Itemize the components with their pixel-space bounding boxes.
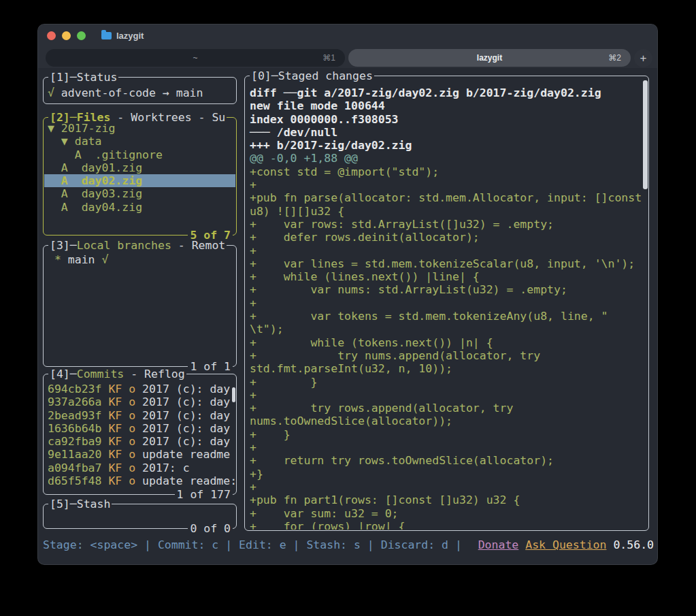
- diff-line-add[interactable]: std.fmt.parseInt(u32, n, 10));: [246, 362, 648, 375]
- tab-bar: ~ ⌘1 lazygit ⌘2 +: [38, 47, 657, 68]
- commit-row[interactable]: 9e11aa20 KF o update readme: [44, 448, 235, 461]
- diff-line-add[interactable]: +pub fn part1(rows: []const []u32) u32 {: [246, 493, 648, 506]
- file-row[interactable]: ▼ 2017-zig: [44, 122, 235, 135]
- diff-view: diff ──git a/2017-zig/day02.zig b/2017-z…: [246, 86, 648, 530]
- staged-changes-panel[interactable]: [0]─Staged changes diff ──git a/2017-zig…: [244, 76, 649, 531]
- file-row[interactable]: A day01.zig: [44, 161, 235, 174]
- stash-count: 0 of 0: [188, 522, 233, 535]
- file-row[interactable]: A day04.zig: [44, 201, 235, 214]
- window-titlebar[interactable]: lazygit: [38, 25, 657, 47]
- diff-line-add[interactable]: +: [246, 441, 648, 454]
- branches-panel-title: [3]─Local branches - Remot: [48, 239, 227, 252]
- diff-line-add[interactable]: + for (rows) |row| {: [246, 520, 648, 530]
- diff-line-add[interactable]: +pub fn parse(allocator: std.mem.Allocat…: [246, 191, 648, 204]
- diff-line-add[interactable]: + return try rows.toOwnedSlice(allocator…: [246, 454, 648, 467]
- commit-row[interactable]: 1636b64b KF o 2017 (c): day: [44, 422, 235, 435]
- branch-row[interactable]: * main √: [44, 253, 235, 266]
- diff-line-meta[interactable]: new file mode 100644: [246, 99, 648, 112]
- donate-link[interactable]: Donate: [478, 538, 519, 551]
- keybinding-bar: Stage: <space> | Commit: c | Edit: e | S…: [43, 538, 654, 553]
- diff-line-add[interactable]: +: [246, 244, 648, 257]
- files-list: ▼ 2017-zig ▼ data A .gitignore A day01.z…: [44, 122, 235, 234]
- diff-line-add[interactable]: + var tokens = std.mem.tokenizeAny(u8, l…: [246, 310, 648, 323]
- commit-row[interactable]: 694cb23f KF o 2017 (c): day: [44, 383, 235, 395]
- diff-line-add[interactable]: + var lines = std.mem.tokenizeScalar(u8,…: [246, 257, 648, 270]
- stash-panel[interactable]: [5]─Stash 0 of 0: [43, 504, 237, 529]
- file-row[interactable]: A day02.zig: [44, 174, 235, 187]
- commit-row[interactable]: a094fba7 KF o 2017: c: [44, 461, 235, 474]
- ask-question-link[interactable]: Ask Question: [525, 538, 606, 551]
- stash-panel-title: [5]─Stash: [48, 498, 112, 510]
- branches-count: 1 of 1: [188, 360, 233, 373]
- window-title: lazygit: [116, 31, 144, 41]
- diff-line-hunk[interactable]: @@ -0,0 +1,88 @@: [246, 152, 648, 165]
- close-window-button[interactable]: [47, 31, 56, 40]
- keybinding-hints: Stage: <space> | Commit: c | Edit: e | S…: [43, 538, 469, 553]
- tab-home-label: ~: [193, 53, 197, 63]
- file-row[interactable]: A .gitignore: [44, 148, 235, 161]
- status-line[interactable]: √ advent-of-code → main: [44, 86, 235, 99]
- diff-line-add[interactable]: + var nums: std.ArrayList(u32) = .empty;: [246, 283, 648, 296]
- file-row[interactable]: ▼ data: [44, 135, 235, 148]
- diff-line-add[interactable]: +: [246, 297, 648, 310]
- diff-line-add[interactable]: u8) ![][]u32 {: [246, 205, 648, 218]
- diff-line-add[interactable]: +}: [246, 468, 648, 481]
- diff-line-add[interactable]: + defer rows.deinit(allocator);: [246, 231, 648, 244]
- tab-lazygit-shortcut: ⌘2: [608, 53, 621, 63]
- status-panel[interactable]: [1]─Status √ advent-of-code → main: [43, 77, 237, 104]
- diff-line-add[interactable]: + try nums.append(allocator, try: [246, 349, 648, 362]
- staged-panel-title: [0]─Staged changes: [250, 69, 374, 82]
- tab-home[interactable]: ~ ⌘1: [46, 49, 345, 67]
- keybar-right-group: Donate Ask Question 0.56.0: [478, 538, 654, 553]
- commits-panel[interactable]: [4]─Commits - Reflog 694cb23f KF o 2017 …: [43, 374, 237, 495]
- diff-line-meta[interactable]: +++ b/2017-zig/day02.zig: [246, 139, 648, 152]
- commits-count: 1 of 177: [175, 488, 233, 501]
- diff-line-add[interactable]: +const std = @import("std");: [246, 165, 648, 178]
- diff-line-add[interactable]: \t");: [246, 323, 648, 336]
- diff-line-add[interactable]: nums.toOwnedSlice(allocator));: [246, 415, 648, 427]
- commits-list: 694cb23f KF o 2017 (c): day937a266a KF o…: [44, 383, 235, 493]
- folder-icon: [101, 32, 112, 39]
- tab-home-shortcut: ⌘1: [322, 53, 335, 63]
- diff-line-add[interactable]: + }: [246, 428, 648, 441]
- diff-line-meta[interactable]: ─── /dev/null: [246, 126, 648, 139]
- diff-line-add[interactable]: +: [246, 389, 648, 402]
- terminal-window: lazygit ~ ⌘1 lazygit ⌘2 + [1]─Status √ a…: [37, 24, 658, 565]
- version-label: 0.56.0: [613, 538, 654, 551]
- branches-panel[interactable]: [3]─Local branches - Remot * main √ 1 of…: [43, 245, 237, 367]
- diff-line-add[interactable]: + try rows.append(allocator, try: [246, 402, 648, 415]
- diff-line-meta[interactable]: index 0000000..f308053: [246, 113, 648, 126]
- commit-row[interactable]: d65f5f48 KF o update readme:: [44, 474, 235, 487]
- diff-line-add[interactable]: + var rows: std.ArrayList([]u32) = .empt…: [246, 218, 648, 231]
- diff-line-add[interactable]: + while (lines.next()) |line| {: [246, 270, 648, 283]
- diff-line-meta[interactable]: diff ──git a/2017-zig/day02.zig b/2017-z…: [246, 86, 648, 99]
- diff-line-add[interactable]: + var sum: u32 = 0;: [246, 507, 648, 520]
- commit-row[interactable]: 2bead93f KF o 2017 (c): day: [44, 409, 235, 422]
- status-panel-title: [1]─Status: [48, 71, 118, 84]
- commits-panel-title: [4]─Commits - Reflog: [48, 368, 186, 380]
- commit-row[interactable]: 937a266a KF o 2017 (c): day: [44, 395, 235, 408]
- diff-line-add[interactable]: +: [246, 178, 648, 191]
- tab-lazygit-label: lazygit: [477, 53, 502, 63]
- commits-scrollbar[interactable]: [232, 387, 235, 402]
- window-title-group: lazygit: [101, 31, 144, 41]
- diff-line-add[interactable]: +: [246, 481, 648, 493]
- diff-scrollbar[interactable]: [643, 80, 648, 189]
- minimize-window-button[interactable]: [62, 31, 71, 40]
- file-row[interactable]: A day03.zig: [44, 187, 235, 200]
- files-panel[interactable]: [2]─Files - Worktrees - Su ▼ 2017-zig ▼ …: [43, 117, 237, 236]
- diff-line-add[interactable]: + }: [246, 376, 648, 389]
- commit-row[interactable]: ca92fba9 KF o 2017 (c): day: [44, 435, 235, 448]
- zoom-window-button[interactable]: [77, 31, 86, 40]
- new-tab-button[interactable]: +: [634, 49, 652, 67]
- diff-line-add[interactable]: + while (tokens.next()) |n| {: [246, 336, 648, 349]
- tab-lazygit[interactable]: lazygit ⌘2: [348, 49, 631, 67]
